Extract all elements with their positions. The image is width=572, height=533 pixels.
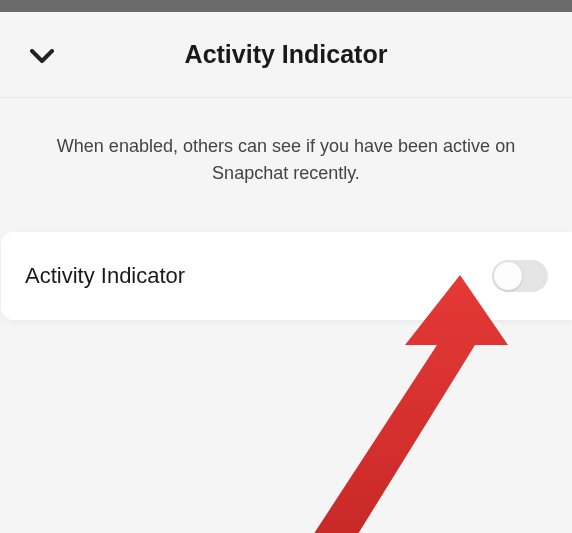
activity-indicator-toggle[interactable] [492,260,548,292]
header: Activity Indicator [0,12,572,98]
toggle-knob [494,262,522,290]
top-status-bar [0,0,572,12]
setting-label: Activity Indicator [25,263,185,289]
activity-indicator-row: Activity Indicator [1,232,572,320]
chevron-down-icon[interactable] [30,40,54,70]
setting-description: When enabled, others can see if you have… [0,98,572,232]
page-title: Activity Indicator [20,40,552,69]
